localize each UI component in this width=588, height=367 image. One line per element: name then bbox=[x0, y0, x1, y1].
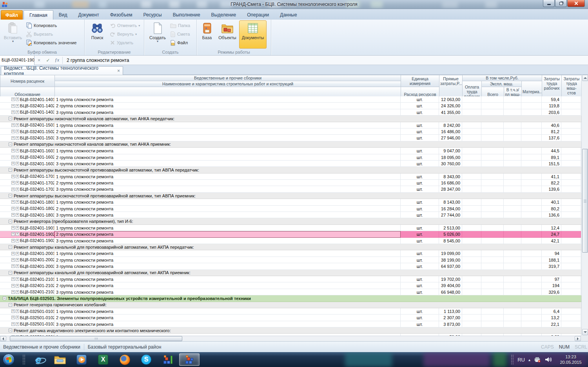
group-row[interactable]: −Ремонт аппаратуры канальной для противо… bbox=[0, 244, 581, 250]
tray-grip[interactable] bbox=[511, 354, 514, 365]
formula-value[interactable]: 2 группа сложности ремонта bbox=[67, 58, 129, 63]
collapse-minus-icon[interactable]: − bbox=[9, 194, 12, 197]
expand-plus-icon[interactable]: + bbox=[11, 181, 15, 184]
section-row[interactable]: −ТАБЛИЦА БЦ8-032501. Элементы полупровод… bbox=[0, 295, 581, 302]
base-mode-button[interactable]: База bbox=[198, 20, 216, 49]
table-row[interactable]: ++БЦ8-032401-17022 группа сложности ремо… bbox=[0, 180, 581, 186]
expand-plus-icon[interactable]: + bbox=[11, 232, 15, 236]
undo-button[interactable]: Отменить ▾ bbox=[110, 22, 140, 29]
minimize-button[interactable] bbox=[543, 0, 555, 7]
table-row[interactable]: ++БЦ8-032501-01033 группа сложности ремо… bbox=[0, 321, 581, 327]
expand-plus-icon[interactable]: + bbox=[16, 123, 19, 127]
expand-plus-icon[interactable]: + bbox=[11, 130, 15, 133]
expand-plus-icon[interactable]: + bbox=[16, 136, 19, 140]
expand-plus-icon[interactable]: + bbox=[16, 200, 19, 204]
table-row[interactable]: ++БЦ8-032401-19033 группа сложности ремо… bbox=[0, 238, 581, 244]
paste-button[interactable]: Вставить ▾ bbox=[2, 20, 24, 49]
table-row[interactable]: ++БЦ8-032401-16011 группа сложности ремо… bbox=[0, 148, 581, 154]
taskbar-internet-explorer[interactable]: e bbox=[28, 353, 49, 366]
table-row[interactable]: ++БЦ8-032501-01022 группа сложности ремо… bbox=[0, 315, 581, 321]
expand-plus-icon[interactable]: + bbox=[16, 290, 19, 294]
collapse-minus-icon[interactable]: − bbox=[9, 271, 12, 275]
expand-plus-icon[interactable]: + bbox=[16, 277, 19, 281]
expand-plus-icon[interactable]: + bbox=[11, 213, 15, 217]
collapse-minus-icon[interactable]: − bbox=[9, 303, 12, 307]
expand-plus-icon[interactable]: + bbox=[11, 322, 15, 326]
table-row[interactable]: ++БЦ8-032401-21033 группа сложности ремо… bbox=[0, 289, 581, 295]
expand-plus-icon[interactable]: + bbox=[16, 309, 19, 313]
copy-button[interactable]: Копировать bbox=[26, 22, 57, 29]
expand-plus-icon[interactable]: + bbox=[16, 232, 19, 236]
expand-plus-icon[interactable]: + bbox=[11, 226, 15, 230]
ribbon-tab-5[interactable]: Ресурсы bbox=[138, 10, 167, 20]
expand-plus-icon[interactable]: + bbox=[16, 207, 19, 210]
group-row[interactable]: −Ремонт аппаратуры канальной для противо… bbox=[0, 270, 581, 276]
expand-plus-icon[interactable]: + bbox=[11, 98, 15, 101]
document-tab-close-icon[interactable]: × bbox=[117, 68, 120, 74]
table-row[interactable]: ++БЦ8-032401-14033 группа сложности ремо… bbox=[0, 109, 581, 116]
scroll-left-arrow[interactable] bbox=[0, 336, 6, 341]
document-tab[interactable]: Ведомст...\БЦ8. Системы технологического… bbox=[1, 66, 123, 75]
cut-button[interactable]: Вырезать bbox=[26, 30, 53, 38]
table-row[interactable]: ++БЦ8-032401-18022 группа сложности ремо… bbox=[0, 206, 581, 212]
table-row[interactable]: ++БЦ8-032401-15033 группа сложности ремо… bbox=[0, 135, 581, 141]
expand-plus-icon[interactable]: + bbox=[11, 207, 15, 210]
group-row[interactable]: −Ремонт аппаратуры высокочастотной проти… bbox=[0, 167, 581, 173]
table-row[interactable]: ++БЦ8-032401-20022 группа сложности ремо… bbox=[0, 257, 581, 263]
expand-plus-icon[interactable]: + bbox=[16, 98, 19, 101]
taskbar-excel[interactable]: X bbox=[93, 353, 113, 366]
table-row[interactable]: ++БЦ8-032401-19011 группа сложности ремо… bbox=[0, 225, 581, 231]
collapse-minus-icon[interactable]: − bbox=[9, 329, 12, 332]
collapse-minus-icon[interactable]: − bbox=[9, 220, 12, 223]
expand-plus-icon[interactable]: + bbox=[16, 264, 19, 268]
expand-plus-icon[interactable]: + bbox=[11, 123, 15, 127]
table-row[interactable]: ++БЦ8-032401-20011 группа сложности ремо… bbox=[0, 250, 581, 257]
redo-button[interactable]: Вернуть ▾ bbox=[110, 30, 137, 38]
search-button[interactable]: Поиск bbox=[88, 20, 107, 49]
expand-plus-icon[interactable]: + bbox=[16, 322, 19, 326]
estimate-button[interactable]: Смета bbox=[170, 30, 190, 38]
expand-plus-icon[interactable]: + bbox=[11, 155, 15, 159]
table-row[interactable]: ++БЦ8-032401-15011 группа сложности ремо… bbox=[0, 122, 581, 128]
expand-plus-icon[interactable]: + bbox=[11, 200, 15, 204]
ribbon-tab-6[interactable]: Выполнение bbox=[167, 10, 206, 20]
table-row[interactable]: ++БЦ8-032501-01011 группа сложности ремо… bbox=[0, 308, 581, 315]
volume-icon[interactable] bbox=[544, 356, 552, 363]
expand-plus-icon[interactable]: + bbox=[16, 181, 19, 184]
taskbar-firefox[interactable] bbox=[114, 353, 135, 366]
group-row[interactable]: −Ремонт аппаратуры высокочастотной проти… bbox=[0, 193, 581, 199]
table-row[interactable]: ++БЦ8-032401-15022 группа сложности ремо… bbox=[0, 128, 581, 135]
group-row[interactable]: −Ремонт датчика индуктивного электрическ… bbox=[0, 327, 581, 334]
copy-value-button[interactable]: Копировать значение bbox=[26, 39, 76, 47]
scroll-up-arrow[interactable] bbox=[582, 75, 588, 81]
language-indicator[interactable]: RU bbox=[517, 357, 525, 363]
ribbon-tab-7[interactable]: Выделение bbox=[206, 10, 242, 20]
taskbar-clock[interactable]: 13:23 20.05.2015 bbox=[556, 354, 586, 365]
expand-plus-icon[interactable]: + bbox=[16, 155, 19, 159]
table-row[interactable]: ++БЦ8-032401-14011 группа сложности ремо… bbox=[0, 96, 581, 103]
expand-plus-icon[interactable]: + bbox=[16, 226, 19, 230]
table-row[interactable]: ++БЦ8-032401-21022 группа сложности ремо… bbox=[0, 282, 581, 289]
expand-plus-icon[interactable]: + bbox=[11, 284, 15, 287]
taskbar-grand-smeta-active[interactable] bbox=[179, 353, 200, 366]
expand-plus-icon[interactable]: + bbox=[16, 239, 19, 242]
group-row[interactable]: −Ремонт инвертора (преобразователя напря… bbox=[0, 218, 581, 224]
expand-plus-icon[interactable]: + bbox=[11, 277, 15, 281]
expand-plus-icon[interactable]: + bbox=[11, 149, 15, 152]
close-button[interactable] bbox=[567, 0, 585, 7]
insert-function-button[interactable]: ƒx bbox=[53, 57, 62, 63]
expand-plus-icon[interactable]: + bbox=[16, 162, 19, 165]
expand-plus-icon[interactable]: + bbox=[16, 130, 19, 133]
expand-plus-icon[interactable]: + bbox=[11, 136, 15, 140]
expand-plus-icon[interactable]: + bbox=[16, 175, 19, 178]
group-row[interactable]: −Ремонт генератора гармонических колебан… bbox=[0, 302, 581, 308]
expand-plus-icon[interactable]: + bbox=[11, 110, 15, 114]
expand-plus-icon[interactable]: + bbox=[11, 264, 15, 268]
expand-plus-icon[interactable]: + bbox=[11, 239, 15, 242]
collapse-minus-icon[interactable]: − bbox=[9, 117, 12, 120]
collapse-minus-icon[interactable]: − bbox=[9, 245, 12, 249]
table-row[interactable]: ++БЦ8-032401-18033 группа сложности ремо… bbox=[0, 212, 581, 218]
table-row[interactable]: ++БЦ8-032401-18011 группа сложности ремо… bbox=[0, 199, 581, 205]
create-button[interactable]: Создать ▾ bbox=[147, 20, 168, 49]
folder-button[interactable]: Папка bbox=[170, 22, 190, 29]
